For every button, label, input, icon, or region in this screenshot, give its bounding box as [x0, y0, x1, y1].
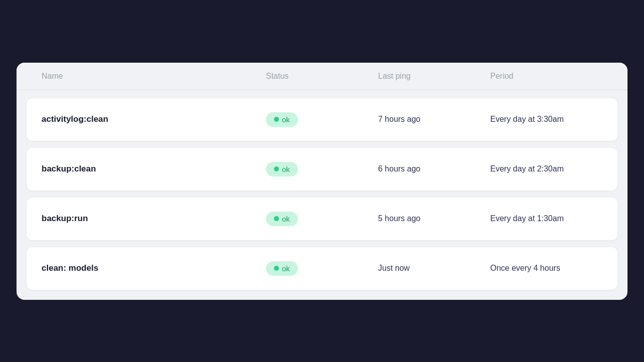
status-label-3: ok	[282, 264, 290, 273]
row-period-1: Every day at 2:30am	[490, 164, 602, 173]
rows-container: activitylog:clean ok 7 hours ago Every d…	[17, 98, 627, 290]
header-period: Period	[490, 72, 602, 81]
row-name-1: backup:clean	[42, 164, 266, 174]
row-name-0: activitylog:clean	[42, 114, 266, 124]
row-last-ping-3: Just now	[378, 264, 490, 273]
row-name-3: clean: models	[42, 263, 266, 273]
status-badge-3: ok	[266, 261, 298, 276]
row-period-2: Every day at 1:30am	[490, 214, 602, 223]
status-label-2: ok	[282, 215, 290, 223]
header-last-ping: Last ping	[378, 72, 490, 81]
status-dot-1	[274, 166, 279, 171]
row-status-1: ok	[266, 162, 378, 176]
table-row[interactable]: backup:run ok 5 hours ago Every day at 1…	[27, 198, 617, 240]
row-last-ping-0: 7 hours ago	[378, 115, 490, 124]
status-dot-2	[274, 216, 279, 221]
main-container: Name Status Last ping Period activitylog…	[17, 63, 627, 300]
row-last-ping-2: 5 hours ago	[378, 214, 490, 223]
status-dot-3	[274, 266, 279, 271]
header-name: Name	[42, 72, 266, 81]
table-row[interactable]: activitylog:clean ok 7 hours ago Every d…	[27, 98, 617, 141]
header-divider	[17, 90, 627, 90]
row-last-ping-1: 6 hours ago	[378, 164, 490, 173]
status-badge-0: ok	[266, 112, 298, 127]
row-status-0: ok	[266, 112, 378, 127]
status-label-1: ok	[282, 165, 290, 173]
status-badge-1: ok	[266, 162, 298, 176]
table-row[interactable]: clean: models ok Just now Once every 4 h…	[27, 247, 617, 290]
row-status-3: ok	[266, 261, 378, 276]
status-badge-2: ok	[266, 212, 298, 226]
status-dot-0	[274, 117, 279, 122]
header-status: Status	[266, 72, 378, 81]
row-period-0: Every day at 3:30am	[490, 115, 602, 124]
status-label-0: ok	[282, 115, 290, 124]
table-row[interactable]: backup:clean ok 6 hours ago Every day at…	[27, 148, 617, 191]
row-status-2: ok	[266, 212, 378, 226]
row-name-2: backup:run	[42, 214, 266, 224]
table-header: Name Status Last ping Period	[17, 63, 627, 90]
row-period-3: Once every 4 hours	[490, 264, 602, 273]
